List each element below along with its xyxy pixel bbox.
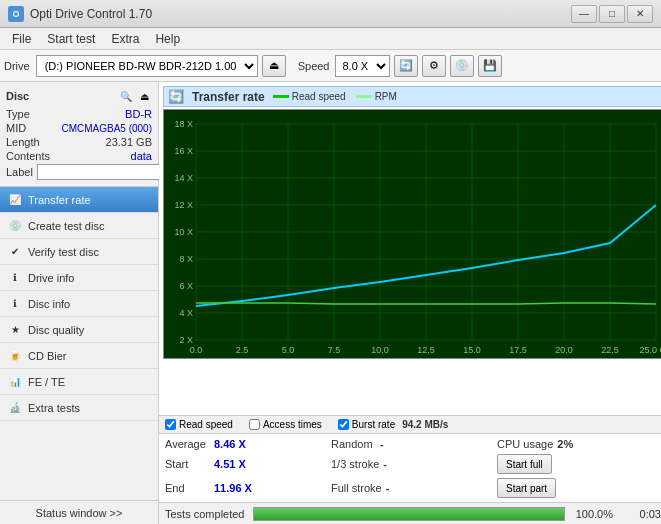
stats-section: Average 8.46 X Random - CPU usage 2% Sta… — [159, 433, 661, 502]
average-value: 8.46 X — [214, 438, 246, 450]
stroke-1-3-label: 1/3 stroke — [331, 458, 379, 470]
disc-type-row: Type BD-R — [6, 108, 152, 120]
progress-bar-container — [253, 507, 565, 521]
random-value: - — [380, 438, 384, 450]
disc-panel: Disc 🔍 ⏏ Type BD-R MID CMCMAGBA5 (000) L… — [0, 82, 158, 187]
nav-transfer-rate[interactable]: 📈 Transfer rate — [0, 187, 158, 213]
access-times-checkbox-label[interactable]: Access times — [263, 419, 322, 430]
menu-bar: File Start test Extra Help — [0, 28, 661, 50]
chart-header: 🔄 Transfer rate Read speed RPM — [163, 86, 661, 107]
type-value: BD-R — [125, 108, 152, 120]
nav-fe-te[interactable]: 📊 FE / TE — [0, 369, 158, 395]
contents-value: data — [131, 150, 152, 162]
disc-eject-icon-btn[interactable]: ⏏ — [136, 88, 152, 104]
end-stat-row: End 11.96 X — [165, 477, 329, 499]
burst-rate-value: 94.2 MB/s — [402, 419, 448, 430]
nav-verify-test-disc-label: Verify test disc — [28, 246, 99, 258]
nav-extra-tests[interactable]: 🔬 Extra tests — [0, 395, 158, 421]
random-stat-row: Random - — [331, 437, 495, 451]
nav-create-test-disc[interactable]: 💿 Create test disc — [0, 213, 158, 239]
progress-bar-fill — [254, 508, 564, 520]
cpu-value: 2% — [557, 438, 573, 450]
save-button[interactable]: 💾 — [478, 55, 502, 77]
svg-text:7.5: 7.5 — [328, 345, 341, 355]
legend-read-speed-color — [273, 95, 289, 98]
toolbar: Drive (D:) PIONEER BD-RW BDR-212D 1.00 ⏏… — [0, 50, 661, 82]
label-label: Label — [6, 166, 33, 178]
disc-title: Disc — [6, 90, 29, 102]
menu-help[interactable]: Help — [147, 30, 188, 48]
cpu-label: CPU usage — [497, 438, 553, 450]
chart-controls: Read speed Access times Burst rate 94.2 … — [159, 415, 661, 433]
label-input[interactable] — [37, 164, 170, 180]
eject-icon: ⏏ — [269, 59, 279, 72]
start-part-button[interactable]: Start part — [497, 478, 556, 498]
chart-container: 🔄 Transfer rate Read speed RPM — [159, 82, 661, 415]
disc-button[interactable]: 💿 — [450, 55, 474, 77]
end-value: 11.96 X — [214, 482, 252, 494]
refresh-button[interactable]: 🔄 — [394, 55, 418, 77]
status-text: Tests completed — [165, 508, 245, 520]
bottom-status-bar: Tests completed 100.0% 0:03 — [159, 502, 661, 524]
nav-drive-info[interactable]: ℹ Drive info — [0, 265, 158, 291]
random-label: Random — [331, 438, 376, 450]
legend-read-speed-label: Read speed — [292, 91, 346, 102]
disc-mid-row: MID CMCMAGBA5 (000) — [6, 122, 152, 134]
chart-wrapper: 18 X 16 X 14 X 12 X 10 X 8 X 6 X 4 X 2 X… — [163, 109, 661, 359]
close-button[interactable]: ✕ — [627, 5, 653, 23]
read-speed-checkbox[interactable] — [165, 419, 176, 430]
menu-extra[interactable]: Extra — [103, 30, 147, 48]
burst-rate-checkbox-label[interactable]: Burst rate — [352, 419, 395, 430]
svg-text:0.0: 0.0 — [190, 345, 203, 355]
settings-icon: ⚙ — [429, 59, 439, 72]
disc-info-icon-btn[interactable]: 🔍 — [118, 88, 134, 104]
svg-text:5.0: 5.0 — [282, 345, 295, 355]
svg-text:14 X: 14 X — [174, 173, 193, 183]
disc-icon-buttons: 🔍 ⏏ — [118, 88, 152, 104]
window-controls: — □ ✕ — [571, 5, 653, 23]
speed-select[interactable]: 8.0 X — [335, 55, 390, 77]
svg-text:12 X: 12 X — [174, 200, 193, 210]
disc-quality-icon: ★ — [8, 323, 22, 337]
disc-contents-row: Contents data — [6, 150, 152, 162]
nav-disc-info[interactable]: ℹ Disc info — [0, 291, 158, 317]
length-value: 23.31 GB — [106, 136, 152, 148]
end-label: End — [165, 482, 210, 494]
chart-title: Transfer rate — [192, 90, 265, 104]
app-icon: O — [8, 6, 24, 22]
minimize-button[interactable]: — — [571, 5, 597, 23]
start-full-button[interactable]: Start full — [497, 454, 552, 474]
svg-text:25.0 GB: 25.0 GB — [639, 345, 661, 355]
eject-button[interactable]: ⏏ — [262, 55, 286, 77]
svg-text:20.0: 20.0 — [555, 345, 573, 355]
access-times-checkbox[interactable] — [249, 419, 260, 430]
nav-drive-info-label: Drive info — [28, 272, 74, 284]
verify-test-disc-icon: ✔ — [8, 245, 22, 259]
settings-button[interactable]: ⚙ — [422, 55, 446, 77]
svg-text:6 X: 6 X — [179, 281, 193, 291]
svg-text:15.0: 15.0 — [463, 345, 481, 355]
cd-bier-icon: 🍺 — [8, 349, 22, 363]
menu-start-test[interactable]: Start test — [39, 30, 103, 48]
nav-verify-test-disc[interactable]: ✔ Verify test disc — [0, 239, 158, 265]
full-stroke-value: - — [386, 482, 390, 494]
legend-read-speed: Read speed — [273, 91, 346, 102]
burst-rate-checkbox[interactable] — [338, 419, 349, 430]
svg-text:10 X: 10 X — [174, 227, 193, 237]
transfer-rate-icon: 📈 — [8, 193, 22, 207]
sidebar: Disc 🔍 ⏏ Type BD-R MID CMCMAGBA5 (000) L… — [0, 82, 159, 524]
svg-text:4 X: 4 X — [179, 308, 193, 318]
type-label: Type — [6, 108, 30, 120]
create-test-disc-icon: 💿 — [8, 219, 22, 233]
menu-file[interactable]: File — [4, 30, 39, 48]
stroke-1-3-stat-row: 1/3 stroke - — [331, 453, 495, 475]
svg-text:2 X: 2 X — [179, 335, 193, 345]
drive-select[interactable]: (D:) PIONEER BD-RW BDR-212D 1.00 — [36, 55, 258, 77]
access-times-checkbox-group: Access times — [249, 419, 322, 430]
status-window-button[interactable]: Status window >> — [0, 500, 158, 524]
maximize-button[interactable]: □ — [599, 5, 625, 23]
read-speed-checkbox-label[interactable]: Read speed — [179, 419, 233, 430]
stroke-1-3-value: - — [383, 458, 387, 470]
nav-cd-bier[interactable]: 🍺 CD Bier — [0, 343, 158, 369]
nav-disc-quality[interactable]: ★ Disc quality — [0, 317, 158, 343]
